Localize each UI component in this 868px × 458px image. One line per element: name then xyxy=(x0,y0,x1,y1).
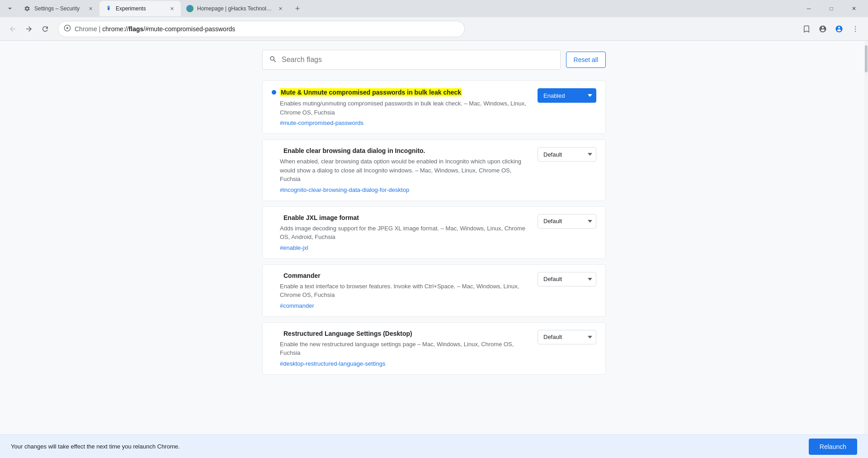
tab-experiments-close[interactable]: ✕ xyxy=(168,5,175,12)
flag-item: Mute & Unmute compromised passwords in b… xyxy=(262,81,606,134)
flag-anchor-link[interactable]: #mute-compromised-passwords xyxy=(280,119,363,126)
flag-anchor-link[interactable]: #commander xyxy=(280,302,314,309)
settings-favicon xyxy=(24,5,31,12)
flag-title: Commander xyxy=(283,272,321,279)
svg-rect-0 xyxy=(108,6,110,6)
tab-ghacks-close[interactable]: ✕ xyxy=(277,5,284,12)
svg-point-4 xyxy=(855,28,856,29)
scrollbar-track[interactable] xyxy=(864,41,868,434)
svg-point-5 xyxy=(855,31,856,32)
profile-sync-button[interactable] xyxy=(816,22,830,36)
flag-anchor-link[interactable]: #incognito-clear-browsing-data-dialog-fo… xyxy=(280,186,409,193)
flag-header: Commander xyxy=(272,272,528,279)
address-url-normal1: chrome:// xyxy=(102,25,128,33)
flag-select[interactable]: DefaultEnabledDisabled xyxy=(538,214,596,229)
tab-ghacks-label: Homepage | gHacks Technology... xyxy=(197,5,273,12)
search-input[interactable] xyxy=(282,56,554,64)
flag-control: DefaultEnabledDisabled xyxy=(538,88,596,103)
flag-info: Mute & Unmute compromised passwords in b… xyxy=(272,88,528,126)
flag-header: Enable JXL image format xyxy=(272,214,528,221)
flag-title: Restructured Language Settings (Desktop) xyxy=(283,330,412,337)
close-button[interactable]: ✕ xyxy=(844,1,864,16)
flag-control: DefaultEnabledDisabled xyxy=(538,214,596,229)
flag-title: Mute & Unmute compromised passwords in b… xyxy=(280,88,462,96)
address-url-normal2: /#mute-compromised-passwords xyxy=(143,25,235,33)
flag-anchor-link[interactable]: #enable-jxl xyxy=(280,244,308,251)
forward-button[interactable] xyxy=(22,22,36,36)
flag-info: Restructured Language Settings (Desktop)… xyxy=(272,330,528,367)
flag-select[interactable]: DefaultEnabledDisabled xyxy=(538,330,596,344)
relaunch-button[interactable]: Relaunch xyxy=(809,439,857,455)
tab-experiments-label: Experiments xyxy=(116,5,165,12)
user-profile-button[interactable] xyxy=(832,22,846,36)
flag-control: DefaultEnabledDisabled xyxy=(538,272,596,286)
flag-header: Restructured Language Settings (Desktop) xyxy=(272,330,528,337)
window-controls: ─ □ ✕ xyxy=(798,1,864,16)
nav-right-buttons xyxy=(799,22,863,36)
bottom-bar: Your changes will take effect the next t… xyxy=(0,434,868,458)
flag-item: Commander Enable a text interface to bro… xyxy=(262,264,606,317)
flag-description: Adds image decoding support for the JPEG… xyxy=(280,224,528,242)
flag-title: Enable JXL image format xyxy=(283,214,359,221)
ghacks-favicon xyxy=(186,5,193,12)
search-container: Reset all xyxy=(262,50,606,70)
search-icon xyxy=(269,55,277,65)
address-bar[interactable]: Chrome | chrome://flags/#mute-compromise… xyxy=(58,21,465,37)
flag-description: When enabled, clear browsing data option… xyxy=(280,157,528,184)
tab-settings-label: Settings – Security xyxy=(34,5,83,12)
tab-settings-close[interactable]: ✕ xyxy=(87,5,94,12)
flag-control: DefaultEnabledDisabled xyxy=(538,330,596,344)
relaunch-message: Your changes will take effect the next t… xyxy=(11,443,802,450)
flag-select[interactable]: DefaultEnabledDisabled xyxy=(538,272,596,286)
flag-active-dot xyxy=(272,90,276,95)
flag-description: Enable the new restructured language set… xyxy=(280,340,528,358)
search-box[interactable] xyxy=(262,50,561,70)
menu-button[interactable] xyxy=(848,22,863,36)
address-chrome: Chrome xyxy=(75,25,97,33)
flag-description: Enable a text interface to browser featu… xyxy=(280,282,528,300)
flag-select[interactable]: DefaultEnabledDisabled xyxy=(538,147,596,162)
flag-info: Enable JXL image format Adds image decod… xyxy=(272,214,528,251)
tab-list-button[interactable] xyxy=(4,2,16,15)
reload-button[interactable] xyxy=(38,22,52,36)
flags-list: Mute & Unmute compromised passwords in b… xyxy=(262,81,606,380)
address-url-bold: flags xyxy=(129,25,144,33)
flag-anchor-link[interactable]: #desktop-restructured-language-settings xyxy=(280,360,385,367)
tab-experiments[interactable]: Experiments ✕ xyxy=(99,1,181,16)
flag-item: Restructured Language Settings (Desktop)… xyxy=(262,322,606,375)
page-content: Reset all Mute & Unmute compromised pass… xyxy=(0,41,868,458)
flag-description: Enables muting/unmuting compromised pass… xyxy=(280,99,528,117)
tab-settings[interactable]: Settings – Security ✕ xyxy=(18,1,99,16)
flag-info: Commander Enable a text interface to bro… xyxy=(272,272,528,309)
reset-all-button[interactable]: Reset all xyxy=(566,52,606,68)
address-text: Chrome | chrome://flags/#mute-compromise… xyxy=(75,25,459,33)
minimize-button[interactable]: ─ xyxy=(798,1,819,16)
scrollbar-thumb[interactable] xyxy=(865,45,868,72)
tab-ghacks[interactable]: Homepage | gHacks Technology... ✕ xyxy=(181,1,289,16)
svg-point-2 xyxy=(66,27,68,29)
flag-control: DefaultEnabledDisabled xyxy=(538,147,596,162)
flag-select[interactable]: DefaultEnabledDisabled xyxy=(538,88,596,103)
svg-point-3 xyxy=(855,26,856,27)
secure-icon xyxy=(64,24,71,33)
bookmark-current-button[interactable] xyxy=(799,22,814,36)
flag-item: Enable JXL image format Adds image decod… xyxy=(262,206,606,259)
new-tab-button[interactable]: + xyxy=(291,2,304,15)
flag-title: Enable clear browsing data dialog in Inc… xyxy=(283,147,425,154)
maximize-button[interactable]: □ xyxy=(821,1,842,16)
flag-header: Mute & Unmute compromised passwords in b… xyxy=(272,88,528,96)
back-button[interactable] xyxy=(5,22,20,36)
browser-frame: Settings – Security ✕ Experiments ✕ Home… xyxy=(0,0,868,458)
title-bar: Settings – Security ✕ Experiments ✕ Home… xyxy=(0,0,868,17)
flag-header: Enable clear browsing data dialog in Inc… xyxy=(272,147,528,154)
experiments-favicon xyxy=(105,5,112,12)
navigation-bar: Chrome | chrome://flags/#mute-compromise… xyxy=(0,17,868,41)
flag-item: Enable clear browsing data dialog in Inc… xyxy=(262,139,606,201)
flag-info: Enable clear browsing data dialog in Inc… xyxy=(272,147,528,193)
